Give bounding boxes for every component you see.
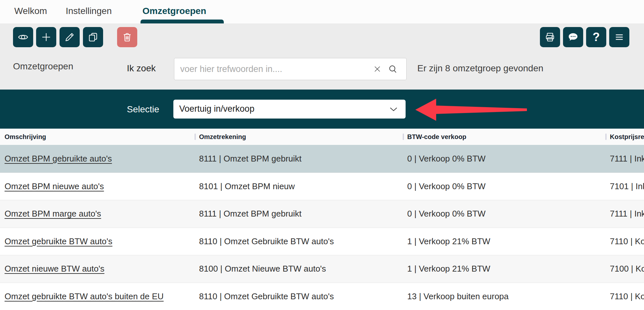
table-cell: 8111 | Omzet BPM gebruikt xyxy=(195,209,403,219)
copy-button[interactable] xyxy=(83,27,103,47)
page-title: Omzetgroepen xyxy=(13,61,73,72)
app-window: Welkom Instellingen Omzetgroepen xyxy=(0,0,644,310)
column-header-kostprijsrekening[interactable]: Kostprijsre xyxy=(605,133,644,141)
table-row[interactable]: Omzet BPM nieuwe auto's 8101 | Omzet BPM… xyxy=(0,173,644,200)
printer-icon xyxy=(544,32,556,43)
column-header-omzetrekening[interactable]: Omzetrekening xyxy=(195,133,403,141)
selection-label: Selectie xyxy=(127,104,159,115)
search-input[interactable] xyxy=(174,58,360,80)
table-cell: 7111 | Ink xyxy=(605,209,644,219)
active-tab-indicator xyxy=(141,20,224,23)
toolbar: ? Omzetgroepen Ik zoek xyxy=(0,23,644,90)
table-cell: 7111 | Ink xyxy=(605,154,644,164)
result-count: Er zijn 8 omzetgroep gevonden xyxy=(417,63,543,74)
table-cell: 0 | Verkoop 0% BTW xyxy=(403,154,605,164)
table-cell: 7101 | Ink xyxy=(605,181,644,191)
chat-button[interactable] xyxy=(563,27,583,47)
tab-bar: Welkom Instellingen Omzetgroepen xyxy=(0,0,644,23)
trash-icon xyxy=(122,32,133,43)
selection-value: Voertuig in/verkoop xyxy=(179,104,254,114)
tab-welkom[interactable]: Welkom xyxy=(14,6,47,16)
table-header-row: Omschrijving Omzetrekening BTW-code verk… xyxy=(0,129,644,145)
omzetgroepen-table: Omschrijving Omzetrekening BTW-code verk… xyxy=(0,129,644,310)
table-cell-omschrijving-link[interactable]: Omzet nieuwe BTW auto's xyxy=(0,264,195,274)
table-cell-omschrijving-link[interactable]: Omzet gebruikte BTW auto's xyxy=(0,236,195,247)
column-header-omschrijving[interactable]: Omschrijving xyxy=(0,133,195,141)
table-row[interactable]: Omzet BPM marge auto's 8111 | Omzet BPM … xyxy=(0,200,644,228)
table-cell: 8111 | Omzet BPM gebruikt xyxy=(195,154,403,164)
table-cell: 8100 | Omzet Nieuwe BTW auto's xyxy=(195,264,403,274)
table-cell: 7100 | Ko xyxy=(605,264,644,274)
selection-dropdown[interactable]: Voertuig in/verkoop xyxy=(173,100,406,119)
table-cell-omschrijving-link[interactable]: Omzet BPM nieuwe auto's xyxy=(0,181,195,191)
table-cell: 0 | Verkoop 0% BTW xyxy=(403,181,605,191)
pencil-icon xyxy=(64,32,75,43)
table-row[interactable]: Omzet gebruikte BTW auto's 8110 | Omzet … xyxy=(0,228,644,255)
table-cell: 8110 | Omzet Gebruikte BTW auto's xyxy=(195,291,403,302)
table-cell: 0 | Verkoop 0% BTW xyxy=(403,209,605,219)
chat-icon xyxy=(568,32,579,43)
copy-icon xyxy=(87,32,99,43)
table-row[interactable]: Omzet nieuwe BTW auto's 8100 | Omzet Nie… xyxy=(0,255,644,283)
menu-button[interactable] xyxy=(609,27,629,47)
eye-icon xyxy=(18,32,29,43)
search-box xyxy=(174,58,407,80)
chevron-down-icon xyxy=(389,107,398,113)
question-icon: ? xyxy=(593,31,600,43)
table-cell: 7110 | Ko xyxy=(605,291,644,302)
table-row[interactable]: Omzet gebruikte BTW auto's buiten de EU … xyxy=(0,283,644,310)
clear-icon[interactable] xyxy=(373,65,382,75)
table-cell-omschrijving-link[interactable]: Omzet BPM gebruikte auto's xyxy=(0,154,195,164)
table-row[interactable]: Omzet BPM gebruikte auto's 8111 | Omzet … xyxy=(0,145,644,173)
table-cell-omschrijving-link[interactable]: Omzet gebruikte BTW auto's buiten de EU xyxy=(0,291,195,302)
table-cell: 7110 | Ko xyxy=(605,236,644,247)
search-icon[interactable] xyxy=(388,64,398,75)
delete-button[interactable] xyxy=(117,27,137,47)
search-label: Ik zoek xyxy=(127,63,156,74)
table-cell: 1 | Verkoop 21% BTW xyxy=(403,264,605,274)
table-cell: 8101 | Omzet BPM nieuw xyxy=(195,181,403,191)
table-cell: 1 | Verkoop 21% BTW xyxy=(403,236,605,247)
edit-button[interactable] xyxy=(60,27,80,47)
tab-instellingen[interactable]: Instellingen xyxy=(66,6,112,16)
table-cell: 8110 | Omzet Gebruikte BTW auto's xyxy=(195,236,403,247)
table-cell: 13 | Verkoop buiten europa xyxy=(403,291,605,302)
hamburger-icon xyxy=(614,32,625,43)
view-button[interactable] xyxy=(13,27,33,47)
help-button[interactable]: ? xyxy=(586,27,606,47)
print-button[interactable] xyxy=(540,27,560,47)
tab-omzetgroepen[interactable]: Omzetgroepen xyxy=(142,6,206,16)
selection-band: Selectie Voertuig in/verkoop xyxy=(0,90,644,129)
column-header-btw-code-verkoop[interactable]: BTW-code verkoop xyxy=(403,133,605,141)
annotation-arrow xyxy=(415,97,528,124)
table-cell-omschrijving-link[interactable]: Omzet BPM marge auto's xyxy=(0,209,195,219)
plus-icon xyxy=(41,32,52,43)
add-button[interactable] xyxy=(36,27,56,47)
